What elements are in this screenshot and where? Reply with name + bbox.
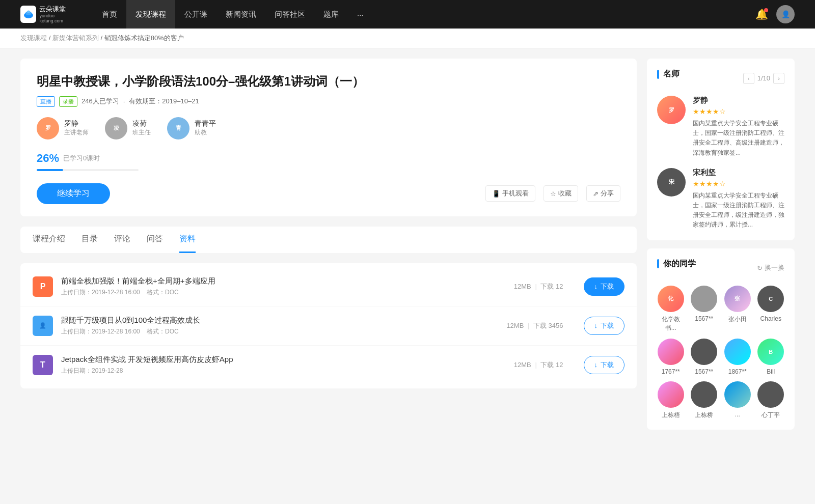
classmate-avatar-11[interactable] — [757, 381, 784, 408]
tab-intro[interactable]: 课程介绍 — [33, 227, 65, 253]
course-actions: 继续学习 📱 手机观看 ☆ 收藏 ⇗ 分享 — [37, 183, 620, 204]
teacher-avatar-0: 罗 — [37, 117, 59, 139]
classmate-1: 1567** — [691, 286, 718, 332]
nav-right: 🔔 👤 — [755, 5, 795, 23]
classmate-name-3: Charles — [760, 315, 781, 322]
nav-qa[interactable]: 问答社区 — [265, 0, 314, 29]
breadcrumb-discover[interactable]: 发现课程 — [20, 34, 47, 42]
teachers-next-button[interactable]: › — [773, 73, 784, 84]
resource-name-0: 前端全栈加强版！前端全栈+全周期+多端应用 — [61, 276, 494, 286]
title-bar-classmates — [657, 259, 659, 268]
classmate-avatar-10[interactable] — [724, 381, 751, 408]
continue-study-button[interactable]: 继续学习 — [37, 183, 110, 204]
resource-meta-1: 上传日期：2019-12-28 16:00 格式：DOC — [61, 327, 486, 336]
progress-pct: 26% — [37, 152, 59, 165]
refresh-icon: ↻ — [757, 264, 763, 272]
teacher-0: 罗 罗静 主讲老师 — [37, 117, 89, 139]
logo[interactable]: 云朵课堂 yunduo ketang.com — [20, 5, 76, 23]
classmate-0: 化 化学教书... — [657, 286, 685, 332]
classmates-card: 你的同学 ↻ 换一换 化 化学教书... 1567** 张 张小田 — [647, 248, 795, 430]
classmate-name-11: 心丁平 — [762, 411, 780, 419]
tc-avatar-0: 罗 — [657, 96, 686, 124]
teachers-pagination: ‹ 1/10 › — [743, 73, 784, 84]
teacher-name-2: 青青平 — [195, 119, 216, 128]
tab-qa[interactable]: 问答 — [147, 227, 163, 253]
download-button-1[interactable]: ↓ 下载 — [584, 317, 625, 335]
bell-icon[interactable]: 🔔 — [755, 8, 768, 20]
tab-resource[interactable]: 资料 — [179, 227, 196, 253]
user-avatar-nav[interactable]: 👤 — [776, 5, 795, 23]
nav-discover[interactable]: 发现课程 — [126, 0, 175, 29]
nav-news[interactable]: 新闻资讯 — [216, 0, 265, 29]
resource-name-1: 跟随千万级项目从0到100全过程高效成长 — [61, 316, 486, 325]
tab-catalog[interactable]: 目录 — [82, 227, 98, 253]
badge-live: 直播 — [37, 96, 55, 107]
logo-sub: yunduo ketang.com — [39, 13, 76, 23]
teacher-avatar-2: 青 — [167, 117, 189, 139]
classmate-5: 1567** — [691, 339, 718, 375]
valid-until: 有效期至：2019–10–21 — [129, 97, 199, 106]
classmate-9: 上栋桥 — [691, 381, 718, 419]
resource-item-1: 👤 跟随千万级项目从0到100全过程高效成长 上传日期：2019-12-28 1… — [20, 306, 637, 346]
classmate-avatar-8[interactable] — [658, 381, 684, 408]
nav-items: 首页 发现课程 公开课 新闻资讯 问答社区 题库 ··· — [93, 0, 755, 29]
logo-icon — [20, 6, 36, 23]
classmate-avatar-4[interactable] — [658, 339, 684, 365]
classmate-avatar-2[interactable]: 张 — [724, 286, 751, 312]
share-button[interactable]: ⇗ 分享 — [586, 185, 620, 202]
logo-text: 云朵课堂 — [39, 5, 76, 13]
badge-rec: 录播 — [59, 96, 77, 107]
teacher-card-1: 宋 宋利坚 ★★★★☆ 国内某重点大学安全工程专业硕士，国家一级注册消防工程师、… — [657, 168, 784, 230]
teacher-card-0: 罗 罗静 ★★★★☆ 国内某重点大学安全工程专业硕士，国家一级注册消防工程师、注… — [657, 96, 784, 158]
classmate-name-7: Bill — [767, 368, 775, 375]
resource-info-0: 前端全栈加强版！前端全栈+全周期+多端应用 上传日期：2019-12-28 16… — [61, 276, 494, 297]
resource-item-2: T Jetpack全组件实战 开发短视频应用高仿皮皮虾App 上传日期：2019… — [20, 346, 637, 384]
resource-stats-2: 12MB | 下载 12 — [514, 360, 563, 370]
classmates-title: 你的同学 — [657, 259, 696, 269]
nav-home[interactable]: 首页 — [93, 0, 126, 29]
resource-meta-2: 上传日期：2019-12-28 — [61, 367, 494, 375]
classmate-avatar-3[interactable]: C — [757, 286, 784, 312]
refresh-classmates-button[interactable]: ↻ 换一换 — [757, 263, 784, 272]
tab-review[interactable]: 评论 — [114, 227, 130, 253]
resource-info-2: Jetpack全组件实战 开发短视频应用高仿皮皮虾App 上传日期：2019-1… — [61, 355, 494, 375]
tabs-bar: 课程介绍 目录 评论 问答 资料 — [20, 227, 637, 253]
classmate-avatar-9[interactable] — [691, 381, 717, 408]
resource-meta-0: 上传日期：2019-12-28 16:00 格式：DOC — [61, 288, 494, 297]
mobile-icon: 📱 — [492, 190, 500, 198]
mobile-watch-button[interactable]: 📱 手机观看 — [485, 185, 535, 202]
teacher-role-0: 主讲老师 — [64, 128, 89, 137]
teachers-prev-button[interactable]: ‹ — [743, 73, 754, 84]
nav-more[interactable]: ··· — [348, 0, 373, 29]
resource-info-1: 跟随千万级项目从0到100全过程高效成长 上传日期：2019-12-28 16:… — [61, 316, 486, 336]
nav-open[interactable]: 公开课 — [175, 0, 216, 29]
teacher-name-0: 罗静 — [64, 119, 89, 128]
classmate-avatar-6[interactable] — [724, 339, 751, 365]
classmate-name-8: 上栋梧 — [662, 411, 680, 419]
breadcrumb-series[interactable]: 新媒体营销系列 — [52, 34, 99, 42]
star-icon: ☆ — [550, 190, 556, 198]
navbar: 云朵课堂 yunduo ketang.com 首页 发现课程 公开课 新闻资讯 … — [0, 0, 815, 29]
classmate-name-1: 1567** — [695, 315, 713, 322]
download-button-0[interactable]: ↓ 下载 — [584, 277, 625, 296]
classmate-name-2: 张小田 — [728, 315, 747, 324]
teacher-1: 凌 凌荷 班主任 — [105, 117, 151, 139]
nav-quiz[interactable]: 题库 — [314, 0, 348, 29]
classmates-grid: 化 化学教书... 1567** 张 张小田 C Charles 176 — [657, 286, 784, 419]
download-button-2[interactable]: ↓ 下载 — [584, 356, 625, 374]
notification-dot — [764, 8, 768, 12]
classmate-avatar-7[interactable]: B — [757, 339, 784, 365]
classmate-avatar-1[interactable] — [691, 286, 717, 312]
classmate-avatar-0[interactable]: 化 — [658, 286, 684, 312]
collect-button[interactable]: ☆ 收藏 — [544, 185, 578, 202]
progress-bar-fill — [37, 169, 63, 171]
teachers-sidebar-card: 名师 ‹ 1/10 › 罗 罗静 ★★★★☆ 国内某重点大学 — [647, 59, 795, 240]
resource-list: P 前端全栈加强版！前端全栈+全周期+多端应用 上传日期：2019-12-28 … — [20, 263, 637, 388]
classmate-avatar-5[interactable] — [691, 339, 717, 365]
tc-stars-0: ★★★★☆ — [693, 107, 784, 116]
student-count: 246人已学习 — [82, 97, 119, 106]
tc-stars-1: ★★★★☆ — [693, 180, 784, 188]
classmate-4: 1767** — [657, 339, 685, 375]
teacher-2: 青 青青平 助教 — [167, 117, 216, 139]
tc-desc-0: 国内某重点大学安全工程专业硕士，国家一级注册消防工程师、注册安全工程师、高级注册… — [693, 119, 784, 158]
